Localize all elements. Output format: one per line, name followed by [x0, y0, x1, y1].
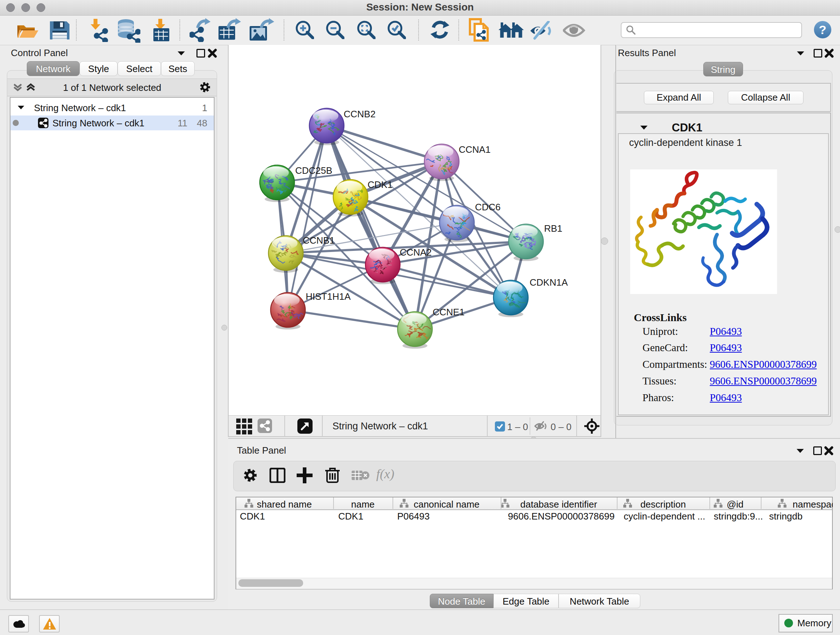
svg-text:CDC6: CDC6 [475, 202, 501, 212]
svg-text:CDKN1A: CDKN1A [530, 277, 568, 288]
svg-text:CCNB1: CCNB1 [303, 235, 335, 246]
svg-text:CCNA2: CCNA2 [400, 247, 431, 258]
svg-text:CDC25B: CDC25B [295, 165, 332, 176]
svg-text:CCNA1: CCNA1 [459, 144, 491, 155]
svg-text:HIST1H1A: HIST1H1A [306, 291, 351, 302]
svg-text:CCNE1: CCNE1 [433, 307, 464, 318]
svg-text:CCNB2: CCNB2 [344, 109, 376, 119]
svg-text:RB1: RB1 [544, 223, 562, 234]
svg-text:CDK1: CDK1 [368, 179, 393, 190]
